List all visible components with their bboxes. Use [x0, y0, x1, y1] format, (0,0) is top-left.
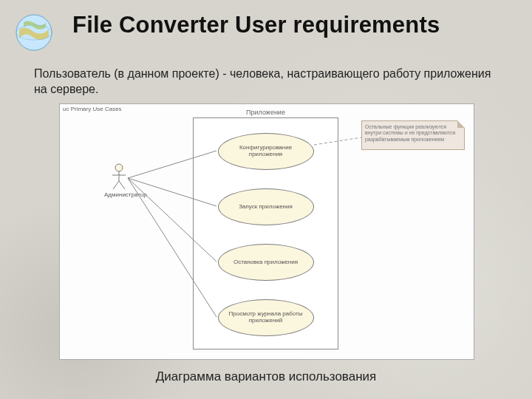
note-fold-icon: [457, 120, 465, 128]
usecase-4: Просмотр журнала работы приложений: [218, 299, 314, 336]
actor: Администратор: [104, 163, 134, 198]
subtitle: Пользователь (в данном проекте) - челове…: [34, 66, 492, 98]
diagram-note-text: Остальные функции реализуются внутри сис…: [365, 124, 455, 142]
diagram-header: uc Primary Use Cases: [63, 106, 122, 112]
usecase-2: Запуск приложения: [218, 188, 314, 225]
svg-point-2: [115, 164, 123, 171]
usecase-1: Конфигурирование приложения: [218, 133, 314, 170]
svg-line-6: [119, 181, 125, 189]
use-case-diagram: uc Primary Use Cases Администратор Прило…: [59, 103, 474, 360]
globe-icon: [15, 13, 53, 52]
system-boundary: Приложение Конфигурирование приложения З…: [193, 117, 338, 349]
svg-line-5: [113, 181, 119, 189]
actor-label: Администратор: [104, 191, 134, 198]
title: File Converter User requirements: [72, 12, 440, 38]
system-label: Приложение: [246, 109, 285, 116]
slide: File Converter User requirements Пользов…: [0, 0, 532, 399]
diagram-note: Остальные функции реализуются внутри сис…: [361, 120, 465, 150]
usecase-3: Остановка приложения: [218, 244, 314, 281]
caption: Диаграмма вариантов использования: [156, 369, 377, 384]
